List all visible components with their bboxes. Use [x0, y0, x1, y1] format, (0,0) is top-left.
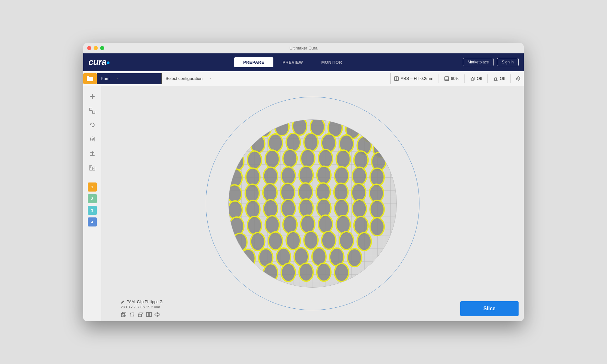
edit-icon	[121, 300, 125, 304]
viewport[interactable]: PAM_Clip Philippe G 280.3 x 257.8 x 15.2…	[101, 86, 524, 321]
project-chevron[interactable]: ‹	[117, 77, 118, 80]
infill-icon	[444, 76, 449, 81]
svg-rect-188	[138, 314, 142, 317]
svg-rect-8	[90, 108, 92, 110]
adhesion-label: Off	[500, 76, 505, 81]
support-icon	[470, 76, 475, 81]
svg-rect-16	[93, 167, 95, 170]
tool-scale[interactable]	[86, 104, 99, 117]
settings-icon	[516, 76, 521, 81]
config-label: Select configuration	[166, 76, 202, 81]
sep1	[439, 74, 439, 83]
adhesion-icon	[493, 76, 498, 81]
tab-monitor[interactable]: MONITOR	[312, 57, 351, 67]
nav-bar: cura PREPARE PREVIEW MONITOR Marketplace…	[83, 53, 524, 71]
config-section: Select configuration ‹	[162, 73, 391, 84]
part-r1c3	[275, 120, 289, 136]
material-label: ABS – HT 0.2mm	[401, 76, 433, 81]
parts-visualization	[229, 120, 396, 287]
svg-rect-12	[90, 155, 95, 156]
tab-preview[interactable]: PREVIEW	[273, 57, 312, 67]
sep2	[464, 74, 465, 83]
tool-move[interactable]	[86, 90, 99, 103]
toolbar-right: ABS – HT 0.2mm 60% Off	[391, 73, 524, 84]
title-bar: Ultimaker Cura	[83, 43, 524, 53]
svg-rect-2	[445, 77, 449, 81]
per-model-settings-icon	[89, 164, 96, 171]
maximize-button[interactable]	[100, 46, 104, 50]
close-button[interactable]	[87, 46, 91, 50]
svg-rect-190	[149, 313, 152, 316]
project-name: Pam	[101, 76, 109, 81]
build-plate-grid	[229, 120, 396, 287]
adhesion-item[interactable]: Off	[493, 76, 505, 81]
toolbar: Pam ‹ Select configuration ‹ ABS – HT 0.…	[83, 71, 524, 86]
scale-icon	[89, 107, 96, 114]
move-icon	[89, 93, 96, 100]
sep3	[487, 74, 488, 83]
slice-button[interactable]: Slice	[460, 301, 519, 316]
settings-item[interactable]	[516, 76, 521, 81]
window-title: Ultimaker Cura	[290, 46, 318, 50]
main-content: 1 2 3 4	[83, 86, 524, 321]
app-window: Ultimaker Cura cura PREPARE PREVIEW MONI…	[83, 43, 524, 321]
project-section: Pam ‹	[97, 73, 162, 84]
dimensions: 280.3 x 257.8 x 15.2 mm	[121, 305, 163, 309]
tool-settings2[interactable]	[86, 161, 99, 174]
cube-icon[interactable]	[121, 312, 127, 317]
cube-outline-icon[interactable]	[129, 312, 135, 317]
folder-button[interactable]	[83, 73, 97, 84]
layer-badge-2[interactable]: 2	[88, 194, 97, 203]
svg-point-7	[518, 78, 519, 79]
layer-badge-1[interactable]: 1	[88, 182, 97, 192]
tool-support[interactable]	[86, 147, 99, 160]
merge-icon[interactable]	[155, 312, 160, 317]
config-chevron[interactable]: ‹	[210, 77, 211, 80]
infill-item[interactable]: 60%	[444, 76, 459, 81]
layer-badge-4[interactable]: 4	[88, 217, 97, 226]
object-info: PAM_Clip Philippe G 280.3 x 257.8 x 15.2…	[121, 300, 163, 317]
infill-label: 60%	[451, 76, 459, 81]
svg-rect-187	[131, 313, 134, 316]
material-item[interactable]: ABS – HT 0.2mm	[394, 76, 433, 81]
svg-rect-189	[146, 313, 149, 316]
logo: cura	[88, 57, 109, 67]
part-row1	[241, 120, 255, 138]
support-label: Off	[477, 76, 482, 81]
support-tool-icon	[89, 150, 96, 157]
sep4	[510, 74, 511, 83]
part-r1c2	[257, 120, 271, 137]
sidebar: 1 2 3 4	[83, 86, 101, 321]
cube-top-icon[interactable]	[138, 312, 143, 317]
build-plate-circle	[228, 119, 397, 288]
signin-button[interactable]: Sign in	[497, 58, 519, 66]
marketplace-button[interactable]: Marketplace	[463, 58, 494, 66]
svg-line-10	[92, 110, 93, 111]
material-icon	[394, 76, 399, 81]
filename: PAM_Clip Philippe G	[127, 300, 163, 304]
split-icon[interactable]	[146, 312, 152, 317]
svg-rect-184	[121, 314, 125, 317]
mirror-icon	[89, 136, 96, 143]
tool-rotate[interactable]	[86, 118, 99, 131]
logo-dot	[107, 61, 109, 64]
minimize-button[interactable]	[94, 46, 98, 50]
traffic-lights	[87, 46, 104, 50]
nav-tabs: PREPARE PREVIEW MONITOR	[122, 57, 463, 67]
layer-badge-3[interactable]: 3	[88, 206, 97, 215]
rotate-icon	[89, 121, 96, 128]
tab-prepare[interactable]: PREPARE	[234, 57, 273, 67]
svg-rect-14	[90, 152, 94, 153]
svg-rect-9	[93, 111, 95, 113]
folder-icon	[86, 76, 94, 82]
nav-right: Marketplace Sign in	[463, 58, 519, 66]
support-item[interactable]: Off	[470, 76, 482, 81]
tool-mirror[interactable]	[86, 133, 99, 146]
